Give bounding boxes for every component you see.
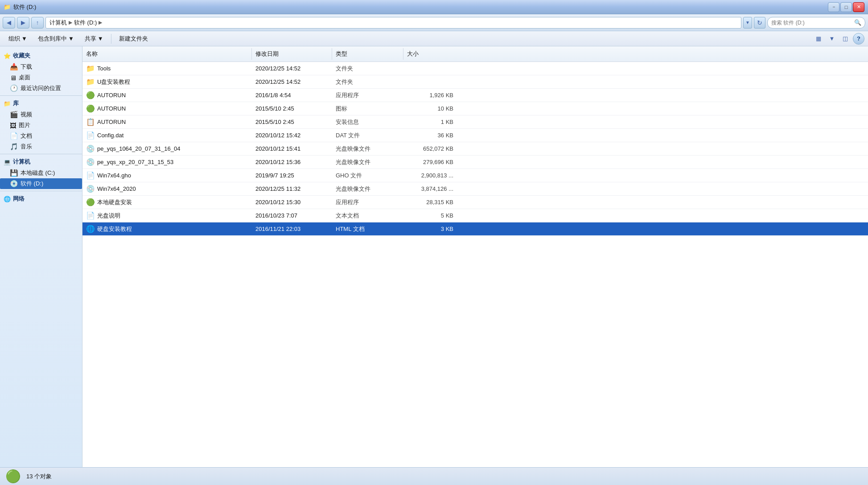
file-name: AUTORUN bbox=[97, 92, 126, 99]
file-type-icon: 📋 bbox=[86, 118, 95, 126]
forward-button[interactable]: ▶ bbox=[17, 17, 29, 29]
table-row[interactable]: 💿pe_yqs_xp_20_07_31_15_532020/10/12 15:3… bbox=[82, 156, 868, 169]
toolbar: 组织 ▼ 包含到库中 ▼ 共享 ▼ 新建文件夹 ▦ ▼ ◫ ? bbox=[0, 31, 868, 46]
table-row[interactable]: 💿pe_yqs_1064_20_07_31_16_042020/10/12 15… bbox=[82, 142, 868, 156]
file-name-cell: 📄Config.dat bbox=[82, 129, 252, 142]
status-bar: 🟢 13 个对象 bbox=[0, 467, 868, 485]
close-button[interactable]: ✕ bbox=[853, 2, 864, 12]
file-name: Win7x64_2020 bbox=[97, 185, 136, 192]
file-type-cell: 图标 bbox=[332, 102, 403, 115]
view-icon-button[interactable]: ▦ bbox=[813, 33, 824, 45]
table-row[interactable]: 📄光盘说明2016/10/23 7:07文本文档5 KB bbox=[82, 209, 868, 222]
table-row[interactable]: 📄Config.dat2020/10/12 15:42DAT 文件36 KB bbox=[82, 129, 868, 142]
search-box[interactable]: 🔍 bbox=[767, 17, 865, 29]
network-icon: 🌐 bbox=[4, 196, 11, 202]
file-type-cell: 安装信息 bbox=[332, 115, 403, 128]
sidebar-item-local-c[interactable]: 💾 本地磁盘 (C:) bbox=[0, 168, 82, 178]
col-header-modified[interactable]: 修改日期 bbox=[252, 48, 332, 60]
col-header-type[interactable]: 类型 bbox=[332, 48, 403, 60]
organize-button[interactable]: 组织 ▼ bbox=[4, 33, 32, 45]
search-icon: 🔍 bbox=[854, 19, 861, 26]
share-button[interactable]: 共享 ▼ bbox=[80, 33, 108, 45]
help-button[interactable]: ? bbox=[853, 33, 864, 45]
table-row[interactable]: 🟢本地硬盘安装2020/10/12 15:30应用程序28,315 KB bbox=[82, 196, 868, 209]
file-size-cell: 28,315 KB bbox=[403, 196, 457, 209]
table-row[interactable]: 🟢AUTORUN2015/5/10 2:45图标10 KB bbox=[82, 102, 868, 115]
sidebar-divider-2 bbox=[0, 154, 82, 154]
file-size-cell: 36 KB bbox=[403, 129, 457, 142]
file-name: 本地硬盘安装 bbox=[97, 198, 132, 206]
table-row[interactable]: 📋AUTORUN2015/5/10 2:45安装信息1 KB bbox=[82, 115, 868, 129]
network-label: 网络 bbox=[13, 195, 25, 203]
sidebar-item-local-c-label: 本地磁盘 (C:) bbox=[21, 169, 55, 177]
file-modified-cell: 2016/11/21 22:03 bbox=[252, 222, 332, 235]
file-list[interactable]: 名称 修改日期 类型 大小 📁Tools2020/12/25 14:52文件夹📁… bbox=[82, 46, 868, 467]
file-size-cell: 2,900,813 ... bbox=[403, 169, 457, 182]
sidebar-item-doc[interactable]: 📄 文档 bbox=[0, 131, 82, 141]
file-type-cell: 文件夹 bbox=[332, 62, 403, 75]
back-button[interactable]: ◀ bbox=[3, 17, 15, 29]
file-name-cell: 💿Win7x64_2020 bbox=[82, 182, 252, 195]
up-button[interactable]: ↑ bbox=[31, 17, 44, 29]
sidebar-item-downloads-label: 下载 bbox=[21, 63, 32, 71]
computer-header[interactable]: 💻 计算机 bbox=[0, 156, 82, 168]
file-modified-cell: 2020/10/12 15:36 bbox=[252, 156, 332, 169]
search-input[interactable] bbox=[771, 20, 852, 26]
file-type-cell: 文件夹 bbox=[332, 75, 403, 88]
include-library-arrow-icon: ▼ bbox=[68, 35, 74, 42]
file-name: pe_yqs_1064_20_07_31_16_04 bbox=[97, 145, 181, 152]
maximize-button[interactable]: □ bbox=[840, 2, 852, 12]
computer-icon: 💻 bbox=[4, 159, 11, 165]
col-header-size[interactable]: 大小 bbox=[403, 48, 457, 60]
view-arrow-button[interactable]: ▼ bbox=[826, 33, 838, 45]
file-type-cell: 光盘映像文件 bbox=[332, 142, 403, 155]
table-row[interactable]: 🌐硬盘安装教程2016/11/21 22:03HTML 文档3 KB bbox=[82, 222, 868, 236]
include-library-button[interactable]: 包含到库中 ▼ bbox=[33, 33, 79, 45]
table-row[interactable]: 📄Win7x64.gho2019/9/7 19:25GHO 文件2,900,81… bbox=[82, 169, 868, 182]
file-name-cell: 📄Win7x64.gho bbox=[82, 169, 252, 182]
file-size-cell: 10 KB bbox=[403, 102, 457, 115]
file-type-cell: 文本文档 bbox=[332, 209, 403, 222]
table-row[interactable]: 📁Tools2020/12/25 14:52文件夹 bbox=[82, 62, 868, 75]
sidebar-item-image-label: 图片 bbox=[19, 121, 30, 129]
sidebar-item-music[interactable]: 🎵 音乐 bbox=[0, 141, 82, 152]
table-row[interactable]: 🟢AUTORUN2016/1/8 4:54应用程序1,926 KB bbox=[82, 89, 868, 102]
table-row[interactable]: 💿Win7x64_20202020/12/25 11:32光盘映像文件3,874… bbox=[82, 182, 868, 196]
sidebar-item-music-label: 音乐 bbox=[21, 143, 32, 151]
library-header[interactable]: 📁 库 bbox=[0, 98, 82, 109]
sidebar-item-desktop[interactable]: 🖥 桌面 bbox=[0, 72, 82, 83]
file-modified-cell: 2020/12/25 14:52 bbox=[252, 62, 332, 75]
file-size-cell bbox=[403, 62, 457, 75]
network-header[interactable]: 🌐 网络 bbox=[0, 193, 82, 205]
file-type-icon: 📄 bbox=[86, 211, 95, 220]
folder-icon: 📁 bbox=[4, 4, 11, 11]
address-path[interactable]: 计算机 ▶ 软件 (D:) ▶ bbox=[45, 17, 741, 29]
image-icon: 🖼 bbox=[10, 122, 16, 129]
file-name-cell: 🟢AUTORUN bbox=[82, 89, 252, 102]
file-type-icon: 📄 bbox=[86, 131, 95, 140]
refresh-button[interactable]: ↻ bbox=[754, 17, 765, 29]
file-name: 光盘说明 bbox=[97, 212, 120, 220]
new-folder-button[interactable]: 新建文件夹 bbox=[114, 33, 153, 45]
sidebar-item-image[interactable]: 🖼 图片 bbox=[0, 120, 82, 131]
col-header-name[interactable]: 名称 bbox=[82, 48, 252, 60]
favorites-section: ⭐ 收藏夹 📥 下载 🖥 桌面 🕐 最近访问的位置 bbox=[0, 50, 82, 94]
file-modified-cell: 2020/10/12 15:41 bbox=[252, 142, 332, 155]
sidebar-item-drive-d[interactable]: 💿 软件 (D:) bbox=[0, 178, 82, 189]
sidebar-item-video[interactable]: 🎬 视频 bbox=[0, 109, 82, 120]
sidebar-item-downloads[interactable]: 📥 下载 bbox=[0, 62, 82, 72]
address-dropdown-button[interactable]: ▼ bbox=[743, 17, 752, 29]
file-name: AUTORUN bbox=[97, 105, 126, 112]
network-section: 🌐 网络 bbox=[0, 193, 82, 205]
sidebar-item-recent[interactable]: 🕐 最近访问的位置 bbox=[0, 83, 82, 94]
path-sep-1: ▶ bbox=[69, 20, 72, 25]
file-name-cell: 📄光盘说明 bbox=[82, 209, 252, 222]
change-view-button[interactable]: ◫ bbox=[839, 33, 851, 45]
table-row[interactable]: 📁U盘安装教程2020/12/25 14:52文件夹 bbox=[82, 75, 868, 89]
file-modified-cell: 2020/10/12 15:42 bbox=[252, 129, 332, 142]
file-name-cell: 💿pe_yqs_1064_20_07_31_16_04 bbox=[82, 142, 252, 155]
file-type-cell: GHO 文件 bbox=[332, 169, 403, 182]
minimize-button[interactable]: － bbox=[828, 2, 839, 12]
file-list-header: 名称 修改日期 类型 大小 bbox=[82, 46, 868, 62]
favorites-header[interactable]: ⭐ 收藏夹 bbox=[0, 50, 82, 62]
